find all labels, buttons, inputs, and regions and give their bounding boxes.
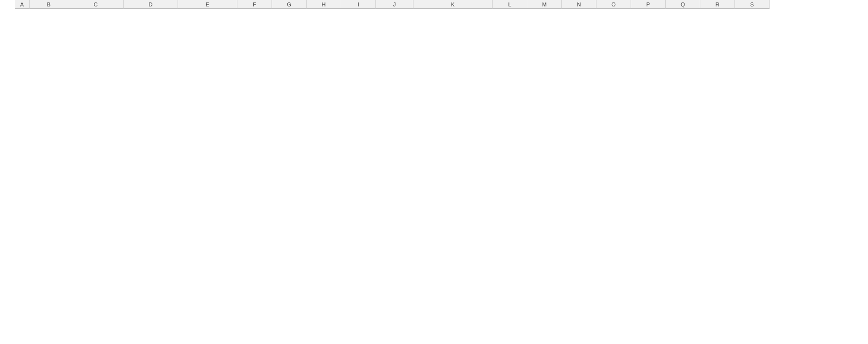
spreadsheet: ABCDEFGHIJKLMNOPQRS 12345678910111213141… [0, 0, 868, 9]
col-headers: ABCDEFGHIJKLMNOPQRS [15, 0, 868, 9]
